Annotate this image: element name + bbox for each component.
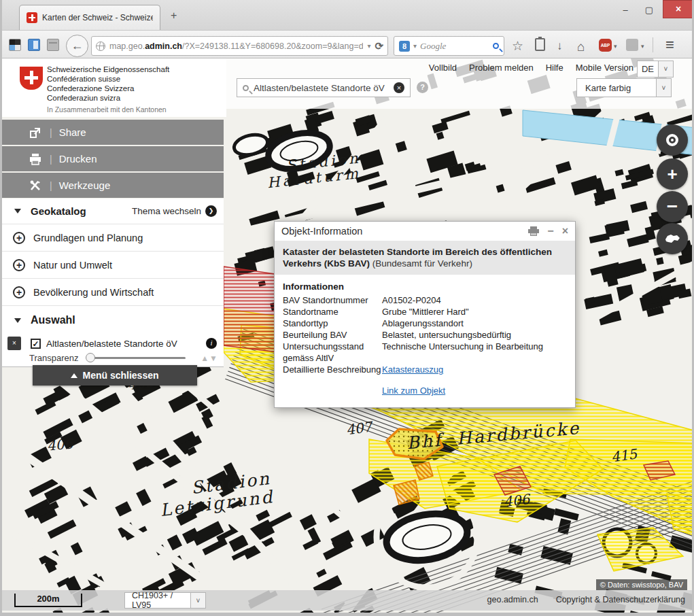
sidebar-item-werkzeuge[interactable]: | Werkzeuge <box>2 173 224 198</box>
home-icon[interactable]: ⌂ <box>577 39 585 54</box>
bookmarks-menu-icon[interactable] <box>535 38 545 51</box>
info-row: StandortnameGrube "Mittlerer Hard" <box>283 306 567 318</box>
info-row: Link zum Objekt <box>283 385 567 396</box>
swiss-flag-favicon <box>27 12 37 23</box>
geocatalog-panel: Geokatalog Thema wechseln ❯ + Grundlagen… <box>2 199 224 367</box>
adblock-icon[interactable]: ABP <box>599 39 612 52</box>
thema-wechseln-button[interactable]: Thema wechseln ❯ <box>132 205 217 217</box>
plugin-caret-icon[interactable]: ▾ <box>641 43 644 50</box>
contrast-addon-icon[interactable] <box>9 39 21 51</box>
zoom-out-button[interactable]: − <box>657 191 688 222</box>
werkzeuge-label: Werkzeuge <box>59 179 111 191</box>
bookmark-star-icon[interactable]: ☆ <box>512 38 523 54</box>
language-select[interactable]: DE ˅ <box>637 61 674 78</box>
search-bar[interactable]: 8 ▾ Google <box>394 36 504 56</box>
geolocation-button[interactable] <box>657 124 688 156</box>
switzerland-icon <box>663 233 681 245</box>
popup-subtitle: Kataster der belasteten Standorte im Ber… <box>275 241 575 275</box>
link-zum-objekt[interactable]: Link zum Objekt <box>382 385 567 396</box>
url-bar[interactable]: map.geo.admin.ch/?X=249138.11&Y=680698.2… <box>91 36 388 56</box>
object-info-popup[interactable]: Objekt-Information − × Kataster der bela… <box>274 221 576 408</box>
chevron-down-icon: ˅ <box>656 79 671 97</box>
link-vollbild[interactable]: Vollbild <box>429 63 457 73</box>
browser-tab[interactable]: Karten der Schweiz - Schweize... <box>19 5 160 30</box>
category-natur[interactable]: + Natur und Umwelt <box>2 252 224 279</box>
map-number-406b: 406 <box>503 491 530 510</box>
adblock-caret-icon[interactable]: ▾ <box>614 43 617 50</box>
info-row: BAV StandortnummerA01502-P0204 <box>283 294 567 306</box>
category-grundlagen[interactable]: + Grundlagen und Planung <box>2 224 224 252</box>
reload-icon[interactable]: ⟳ <box>375 40 383 52</box>
divider: | <box>50 154 52 165</box>
archive-addon-icon[interactable] <box>47 39 59 51</box>
transparency-label: Transparenz <box>29 353 79 363</box>
map-attribution: © Daten: swisstopo, BAV <box>596 579 687 590</box>
zoom-to-switzerland-button[interactable] <box>657 223 688 254</box>
map-style-select[interactable]: Karte farbig ˅ <box>576 78 672 97</box>
print-icon[interactable] <box>528 226 539 236</box>
divider: | <box>50 180 52 191</box>
zoom-in-button[interactable]: + <box>657 158 688 190</box>
sidebar-item-drucken[interactable]: | Drucken <box>2 146 224 171</box>
search-help-icon[interactable]: ? <box>417 82 428 93</box>
link-problem-melden[interactable]: Problem melden <box>469 63 534 73</box>
info-section-title: Informationen <box>283 281 567 292</box>
close-menu-button[interactable]: Menü schliessen <box>33 365 197 386</box>
language-value: DE <box>638 64 658 74</box>
map-number-406: 406 <box>46 435 73 454</box>
hamburger-menu-icon[interactable]: ≡ <box>665 36 674 54</box>
chevron-down-icon: ˅ <box>190 593 205 608</box>
category-bevoelkerung[interactable]: + Bevölkerung und Wirtschaft <box>2 279 224 306</box>
layer-reorder-arrows[interactable]: ▲▼ <box>201 354 218 363</box>
search-icon[interactable] <box>493 43 499 49</box>
layer-checkbox[interactable]: ✓ <box>31 339 41 349</box>
maximize-button[interactable]: ▢ <box>640 4 659 18</box>
layer-info-icon[interactable]: i <box>206 338 217 349</box>
tab-title: Karten der Schweiz - Schweize... <box>42 13 153 22</box>
remove-layer-button[interactable]: × <box>7 337 21 350</box>
info-row: Beurteilung BAVBelastet, untersuchungsbe… <box>283 329 567 341</box>
swiss-shield-icon <box>20 67 43 90</box>
link-hilfe[interactable]: Hilfe <box>546 63 563 73</box>
new-tab-button[interactable]: + <box>171 10 177 22</box>
triangle-down-icon <box>14 209 21 213</box>
link-mobile-version[interactable]: Mobile Version <box>576 63 634 73</box>
share-icon <box>29 126 41 139</box>
projection-value: CH1903+ / LV95 <box>125 591 190 610</box>
info-row: Untersuchungsstand gemäss AltlVTechnisch… <box>283 341 567 364</box>
expand-plus-icon: + <box>13 286 25 298</box>
footer-bar: 200m CH1903+ / LV95 ˅ geo.admin.ch Copyr… <box>2 590 694 611</box>
target-icon <box>666 134 678 146</box>
layer-label: Altlasten/belastete Standorte öV <box>46 339 177 349</box>
federal-logo-box: Schweizerische Eidgenossenschaft Confédé… <box>2 58 226 117</box>
popup-header[interactable]: Objekt-Information − × <box>275 222 575 241</box>
projection-select[interactable]: CH1903+ / LV95 ˅ <box>124 592 206 609</box>
map-search-input[interactable]: Altlasten/belastete Standorte öV × <box>237 78 411 97</box>
sidebar-item-share[interactable]: | Share <box>2 120 224 145</box>
minimize-button[interactable]: – <box>616 4 635 18</box>
sidebar-addon-icon[interactable] <box>28 39 40 51</box>
close-button[interactable]: × <box>663 0 694 18</box>
auswahl-header[interactable]: Auswahl <box>2 306 224 335</box>
close-popup-icon[interactable]: × <box>562 225 568 237</box>
copyright-link[interactable]: Copyright & Datenschutzerklärung <box>556 595 685 604</box>
active-layer-row: × ✓ Altlasten/belastete Standorte öV i <box>2 335 224 352</box>
slider-knob[interactable] <box>86 353 95 362</box>
transparency-slider[interactable] <box>87 357 186 359</box>
clear-search-icon[interactable]: × <box>394 82 404 93</box>
geoadmin-link[interactable]: geo.admin.ch <box>487 595 538 604</box>
plugin-icon[interactable] <box>626 39 638 51</box>
engine-caret-icon[interactable]: ▾ <box>413 42 417 50</box>
minimize-popup-icon[interactable]: − <box>547 225 553 237</box>
cooperation-note: In Zusammenarbeit mit den Kantonen <box>47 105 226 114</box>
back-button[interactable]: ← <box>66 35 88 57</box>
auswahl-label: Auswahl <box>31 314 75 326</box>
scale-bar: 200m <box>14 594 82 607</box>
geokatalog-header[interactable]: Geokatalog Thema wechseln ❯ <box>2 199 224 224</box>
katasterauszug-link[interactable]: Katasterauszug <box>382 364 567 375</box>
url-dropdown-icon[interactable]: ▾ <box>367 42 370 50</box>
google-engine-icon[interactable]: 8 <box>399 41 410 52</box>
map-style-value: Karte farbig <box>577 83 656 93</box>
downloads-icon[interactable]: ↓ <box>557 39 563 53</box>
info-row: StandorttypAblagerungsstandort <box>283 318 567 329</box>
